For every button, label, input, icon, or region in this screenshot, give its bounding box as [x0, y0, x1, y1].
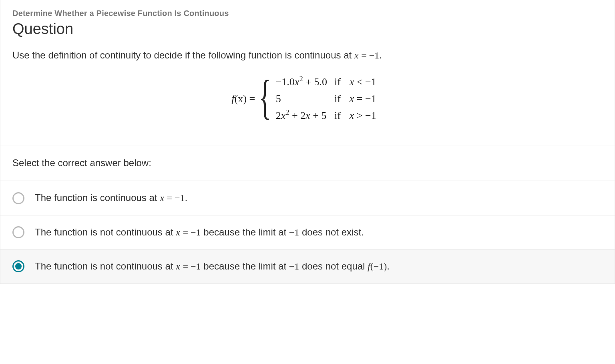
question-header: Determine Whether a Piecewise Function I…	[0, 0, 615, 145]
case-if: if	[334, 90, 350, 107]
case-expr: 5	[276, 90, 334, 107]
choice-option[interactable]: The function is not continuous at x = −1…	[0, 249, 615, 283]
case-expr: −1.0x2 + 5.0	[276, 74, 334, 90]
question-card: Determine Whether a Piecewise Function I…	[0, 0, 615, 284]
fx-lhs: f(x) =	[231, 93, 255, 105]
instruction-math-eq: = −1.	[361, 50, 382, 60]
radio-icon[interactable]	[12, 260, 24, 272]
piecewise-cases: −1.0x2 + 5.0 if x < −1 5 if x = −1 2x2 +…	[276, 74, 384, 124]
case-cond: x > −1	[350, 107, 384, 124]
instruction-math-x: x	[354, 50, 359, 60]
radio-icon[interactable]	[12, 192, 24, 204]
left-brace-icon: {	[259, 80, 271, 114]
case-cond: x = −1	[350, 90, 384, 107]
piecewise-definition: f(x) = { −1.0x2 + 5.0 if x < −1 5 if x =…	[12, 74, 603, 140]
choice-option[interactable]: The function is continuous at x = −1.	[0, 181, 615, 215]
choice-option[interactable]: The function is not continuous at x = −1…	[0, 215, 615, 249]
case-row: 5 if x = −1	[276, 90, 384, 107]
case-expr: 2x2 + 2x + 5	[276, 107, 334, 124]
choice-text: The function is not continuous at x = −1…	[35, 260, 603, 273]
instruction-prefix: Use the definition of continuity to deci…	[12, 50, 354, 60]
divider	[0, 284, 615, 284]
case-row: 2x2 + 2x + 5 if x > −1	[276, 107, 384, 124]
case-if: if	[334, 107, 350, 124]
choice-text: The function is not continuous at x = −1…	[35, 226, 603, 239]
case-row: −1.0x2 + 5.0 if x < −1	[276, 74, 384, 90]
choice-text: The function is continuous at x = −1.	[35, 191, 603, 204]
topic-label: Determine Whether a Piecewise Function I…	[12, 9, 603, 18]
select-prompt: Select the correct answer below:	[0, 145, 615, 181]
case-cond: x < −1	[350, 74, 384, 90]
radio-icon[interactable]	[12, 226, 24, 238]
instruction-text: Use the definition of continuity to deci…	[12, 49, 603, 62]
question-title: Question	[12, 20, 603, 38]
case-if: if	[334, 74, 350, 90]
